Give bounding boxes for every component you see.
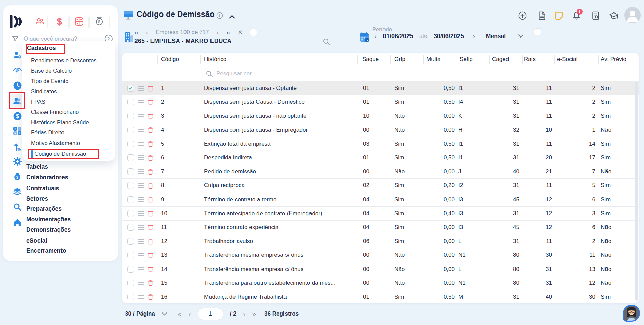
- notifications-icon[interactable]: 1: [572, 11, 581, 22]
- menu-item-cadastros[interactable]: Cadastros: [27, 45, 56, 52]
- delete-row-icon[interactable]: [148, 224, 153, 230]
- people-icon-highlight[interactable]: [10, 94, 24, 107]
- menu-item-c-digo-de-demiss-o[interactable]: Código de Demissão: [34, 149, 86, 158]
- app-logo-icon[interactable]: [9, 15, 22, 30]
- delete-row-icon[interactable]: [148, 182, 153, 189]
- sidebar-section-movimenta-es[interactable]: Movimentações: [26, 215, 71, 224]
- drag-handle-icon[interactable]: [138, 155, 144, 160]
- sidebar-section-demonstra-es[interactable]: Demonstrações: [26, 225, 71, 234]
- delete-row-icon[interactable]: [148, 280, 153, 286]
- user-settings-icon[interactable]: [12, 50, 22, 60]
- clock-icon[interactable]: [12, 80, 22, 91]
- company-last-button[interactable]: »: [226, 29, 230, 36]
- delete-row-icon[interactable]: [148, 238, 153, 245]
- menu-item-base-de-c-lculo[interactable]: Base de Cálculo: [31, 67, 72, 75]
- drag-handle-icon[interactable]: [138, 225, 144, 230]
- period-end-date[interactable]: 30/06/2025: [434, 33, 464, 40]
- sidebar-section-prepara-es[interactable]: Preparações: [26, 204, 62, 214]
- info-icon[interactable]: [216, 12, 223, 20]
- table-row[interactable]: 14Transferência mesma empresa c/ ônus00N…: [122, 262, 639, 276]
- company-search-icon[interactable]: [323, 38, 330, 47]
- table-row[interactable]: 12Trabalhador avulso06Sim0,00L31112Não: [122, 234, 639, 248]
- delete-row-icon[interactable]: [148, 141, 153, 147]
- delete-row-icon[interactable]: [148, 196, 153, 203]
- company-checkbox[interactable]: [250, 29, 257, 36]
- period-next-button[interactable]: ›: [473, 33, 475, 40]
- table-row[interactable]: 8Culpa recíproca02Sim0,20I231115Sim: [122, 178, 639, 192]
- table-scrollbar[interactable]: [635, 82, 638, 301]
- employees-module-icon[interactable]: [35, 17, 45, 28]
- period-prev-button[interactable]: ‹: [374, 33, 377, 40]
- page-number-input[interactable]: 1: [198, 308, 223, 320]
- first-page-button[interactable]: «: [178, 310, 182, 318]
- row-checkbox[interactable]: [127, 210, 134, 217]
- company-name[interactable]: 265 - EMPRESA - MAKRO EDUCA: [134, 38, 232, 45]
- delete-row-icon[interactable]: [148, 169, 153, 175]
- notes-icon[interactable]: [554, 11, 564, 22]
- sidebar-section-setores[interactable]: Setores: [26, 194, 48, 203]
- audit-log-icon[interactable]: [591, 11, 600, 22]
- row-checkbox[interactable]: [127, 196, 134, 203]
- last-page-button[interactable]: »: [252, 310, 256, 318]
- sidebar-section-colaboradores[interactable]: Colaboradores: [26, 173, 68, 182]
- table-row[interactable]: 10Término antecipado de contrato (Empreg…: [122, 206, 639, 220]
- gear-plus-icon[interactable]: [12, 156, 22, 167]
- delete-row-icon[interactable]: [148, 266, 153, 272]
- drag-handle-icon[interactable]: [138, 281, 144, 285]
- delete-row-icon[interactable]: [148, 294, 153, 300]
- drag-handle-icon[interactable]: [138, 114, 144, 119]
- row-checkbox[interactable]: [127, 168, 134, 175]
- row-checkbox[interactable]: [127, 85, 134, 92]
- table-row[interactable]: 11Término contrato experiência04Sim0,00I…: [122, 220, 639, 234]
- row-checkbox[interactable]: [127, 182, 134, 189]
- drag-handle-icon[interactable]: [138, 253, 144, 257]
- period-mode-select[interactable]: Mensal: [486, 33, 506, 40]
- money-bag-icon[interactable]: $: [95, 16, 104, 28]
- drag-handle-icon[interactable]: [138, 267, 144, 272]
- drag-handle-icon[interactable]: [138, 183, 144, 188]
- drag-handle-icon[interactable]: [138, 211, 144, 216]
- menu-item-fpas[interactable]: FPAS: [31, 97, 45, 106]
- search-rail-icon[interactable]: [12, 202, 22, 212]
- add-icon[interactable]: [518, 11, 527, 22]
- table-row[interactable]: 6Despedida indireta01Sim0,50I1312017Sim: [122, 151, 639, 165]
- drag-handle-icon[interactable]: [138, 100, 144, 104]
- drag-handle-icon[interactable]: [138, 169, 144, 174]
- calculation-module-icon[interactable]: [75, 17, 84, 27]
- growth-percent-icon[interactable]: %: [12, 141, 22, 151]
- row-checkbox[interactable]: [127, 280, 134, 286]
- assistant-avatar[interactable]: [623, 305, 640, 322]
- row-checkbox[interactable]: [127, 238, 134, 245]
- row-checkbox[interactable]: [127, 252, 134, 258]
- table-row[interactable]: 15Transferência para outro estabelecimen…: [122, 276, 639, 290]
- drag-handle-icon[interactable]: [138, 295, 144, 299]
- delete-row-icon[interactable]: [148, 85, 153, 92]
- company-prev-button[interactable]: ‹: [146, 29, 148, 36]
- company-first-button[interactable]: «: [134, 29, 139, 36]
- company-next-button[interactable]: ›: [217, 29, 219, 36]
- row-checkbox[interactable]: [127, 224, 134, 231]
- document-icon[interactable]: [538, 11, 546, 22]
- prev-page-button[interactable]: ‹: [189, 310, 191, 318]
- finance-module-icon[interactable]: $: [55, 16, 64, 28]
- delete-row-icon[interactable]: [148, 127, 153, 133]
- row-checkbox[interactable]: [127, 112, 134, 119]
- next-page-button[interactable]: ›: [243, 310, 245, 318]
- user-avatar[interactable]: [624, 7, 641, 23]
- sidebar-section-contratuais[interactable]: Contratuais: [26, 184, 59, 193]
- per-page-chevron-icon[interactable]: [162, 312, 167, 316]
- menu-item-motivo-afastamento[interactable]: Motivo Afastamento: [31, 139, 80, 147]
- table-row[interactable]: 16Mudança de Regime Trabalhista01Sim0,50…: [122, 290, 639, 303]
- table-row[interactable]: 13Transferência mesma empresa s/ ônus00N…: [122, 248, 639, 262]
- drag-handle-icon[interactable]: [138, 86, 144, 91]
- calculator-icon[interactable]: [12, 126, 22, 136]
- menu-item-classe-funcion-rio[interactable]: Classe Funcionário: [31, 108, 79, 117]
- home-icon[interactable]: [12, 217, 22, 227]
- row-checkbox[interactable]: [127, 127, 134, 133]
- delete-row-icon[interactable]: [148, 155, 153, 161]
- company-clear-button[interactable]: ✕: [238, 29, 243, 36]
- row-checkbox[interactable]: [127, 294, 134, 300]
- header-checkbox[interactable]: [534, 28, 541, 35]
- table-row[interactable]: 4Dispensa com justa causa - Empregador00…: [122, 123, 639, 137]
- table-row[interactable]: 1Dispensa sem justa causa - Optante01Sim…: [122, 81, 639, 95]
